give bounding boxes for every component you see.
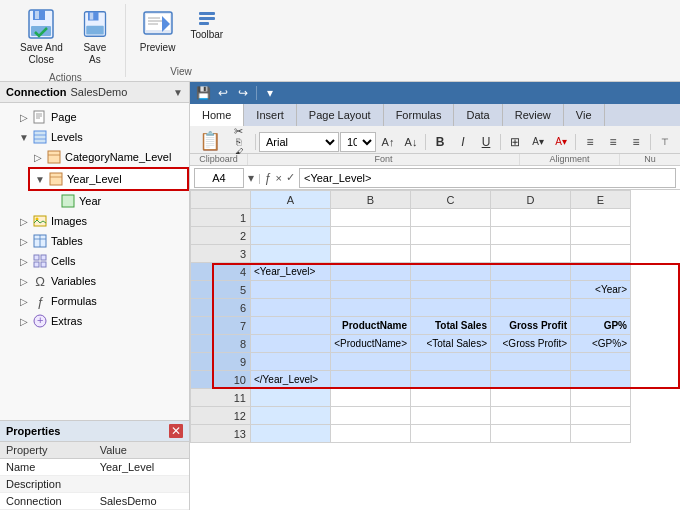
- cell-b10[interactable]: [331, 371, 411, 389]
- cell-d8[interactable]: <Gross Profit>: [491, 335, 571, 353]
- cell-reference-input[interactable]: [194, 168, 244, 188]
- border-button[interactable]: ⊞: [504, 132, 526, 152]
- qa-undo-button[interactable]: ↩: [214, 84, 232, 102]
- col-header-d[interactable]: D: [491, 191, 571, 209]
- tab-insert[interactable]: Insert: [244, 104, 297, 126]
- bold-button[interactable]: B: [429, 132, 451, 152]
- align-right-button[interactable]: ≡: [625, 132, 647, 152]
- qa-dropdown-button[interactable]: ▾: [261, 84, 279, 102]
- cell-d12[interactable]: [491, 407, 571, 425]
- cell-d13[interactable]: [491, 425, 571, 443]
- cell-d9[interactable]: [491, 353, 571, 371]
- cell-c10[interactable]: [411, 371, 491, 389]
- cell-c9[interactable]: [411, 353, 491, 371]
- cell-a6[interactable]: [251, 299, 331, 317]
- cell-b11[interactable]: [331, 389, 411, 407]
- tab-view[interactable]: Vie: [564, 104, 605, 126]
- qa-redo-button[interactable]: ↪: [234, 84, 252, 102]
- cell-a7[interactable]: [251, 317, 331, 335]
- cell-c2[interactable]: [411, 227, 491, 245]
- cell-a5[interactable]: [251, 281, 331, 299]
- cell-a10[interactable]: </Year_Level>: [251, 371, 331, 389]
- properties-close-button[interactable]: ✕: [169, 424, 183, 438]
- cell-c6[interactable]: [411, 299, 491, 317]
- tab-home[interactable]: Home: [190, 104, 244, 126]
- preview-button[interactable]: Preview: [134, 4, 182, 58]
- cell-d1[interactable]: [491, 209, 571, 227]
- col-header-c[interactable]: C: [411, 191, 491, 209]
- formula-input[interactable]: [299, 168, 676, 188]
- prop-conn-value[interactable]: SalesDemo: [94, 493, 189, 510]
- align-center-button[interactable]: ≡: [602, 132, 624, 152]
- cell-a11[interactable]: [251, 389, 331, 407]
- align-top-button[interactable]: ⊤: [654, 132, 676, 152]
- cell-b1[interactable]: [331, 209, 411, 227]
- tree-item-category[interactable]: ▷ CategoryName_Level: [28, 147, 189, 167]
- cell-d5[interactable]: [491, 281, 571, 299]
- tree-item-variables[interactable]: ▷ Ω Variables: [14, 271, 189, 291]
- cell-b7[interactable]: ProductName: [331, 317, 411, 335]
- cell-a3[interactable]: [251, 245, 331, 263]
- tree-item-levels[interactable]: ▼ Levels: [14, 127, 189, 147]
- copy-button[interactable]: ⎘: [228, 137, 248, 146]
- col-header-e[interactable]: E: [571, 191, 631, 209]
- cell-b9[interactable]: [331, 353, 411, 371]
- tree-item-page[interactable]: ▷ Page: [14, 107, 189, 127]
- font-select[interactable]: Arial: [259, 132, 339, 152]
- align-left-button[interactable]: ≡: [579, 132, 601, 152]
- save-and-close-button[interactable]: Save AndClose: [14, 4, 69, 70]
- cell-b4[interactable]: [331, 263, 411, 281]
- underline-button[interactable]: U: [475, 132, 497, 152]
- cell-a13[interactable]: [251, 425, 331, 443]
- tree-item-formulas[interactable]: ▷ ƒ Formulas: [14, 291, 189, 311]
- cell-e2[interactable]: [571, 227, 631, 245]
- decrease-font-button[interactable]: A↓: [400, 132, 422, 152]
- prop-name-value[interactable]: Year_Level: [94, 459, 189, 476]
- cell-e8[interactable]: <GP%>: [571, 335, 631, 353]
- prop-desc-value[interactable]: [94, 476, 189, 493]
- italic-button[interactable]: I: [452, 132, 474, 152]
- cell-a12[interactable]: [251, 407, 331, 425]
- cell-e6[interactable]: [571, 299, 631, 317]
- cell-b12[interactable]: [331, 407, 411, 425]
- tab-data[interactable]: Data: [454, 104, 502, 126]
- font-size-select[interactable]: 10: [340, 132, 376, 152]
- cell-b2[interactable]: [331, 227, 411, 245]
- tab-page-layout[interactable]: Page Layout: [297, 104, 384, 126]
- cell-a8[interactable]: [251, 335, 331, 353]
- cell-c4[interactable]: [411, 263, 491, 281]
- qa-save-button[interactable]: 💾: [194, 84, 212, 102]
- cell-e9[interactable]: [571, 353, 631, 371]
- cell-c7[interactable]: Total Sales: [411, 317, 491, 335]
- cell-a2[interactable]: [251, 227, 331, 245]
- cut-button[interactable]: ✂: [228, 127, 248, 136]
- cell-a9[interactable]: [251, 353, 331, 371]
- cell-e7[interactable]: GP%: [571, 317, 631, 335]
- increase-font-button[interactable]: A↑: [377, 132, 399, 152]
- connection-dropdown-icon[interactable]: ▼: [173, 87, 183, 98]
- cell-d4[interactable]: [491, 263, 571, 281]
- cell-d3[interactable]: [491, 245, 571, 263]
- tree-item-year-level[interactable]: ▼ Year_Level: [28, 167, 189, 191]
- cell-b8[interactable]: <ProductName>: [331, 335, 411, 353]
- cell-e3[interactable]: [571, 245, 631, 263]
- cell-b3[interactable]: [331, 245, 411, 263]
- col-header-b[interactable]: B: [331, 191, 411, 209]
- tree-item-year[interactable]: ▷ Year: [42, 191, 189, 211]
- cell-b13[interactable]: [331, 425, 411, 443]
- font-color-button[interactable]: A▾: [550, 132, 572, 152]
- cell-e1[interactable]: [571, 209, 631, 227]
- cell-c12[interactable]: [411, 407, 491, 425]
- fill-color-button[interactable]: A▾: [527, 132, 549, 152]
- cell-c3[interactable]: [411, 245, 491, 263]
- cell-c5[interactable]: [411, 281, 491, 299]
- cell-e10[interactable]: [571, 371, 631, 389]
- tree-item-cells[interactable]: ▷ Cells: [14, 251, 189, 271]
- cell-e5[interactable]: <Year>: [571, 281, 631, 299]
- tree-item-images[interactable]: ▷ Images: [14, 211, 189, 231]
- tab-review[interactable]: Review: [503, 104, 564, 126]
- cell-d11[interactable]: [491, 389, 571, 407]
- cell-a1[interactable]: [251, 209, 331, 227]
- cell-a4[interactable]: <Year_Level>: [251, 263, 331, 281]
- tab-formulas[interactable]: Formulas: [384, 104, 455, 126]
